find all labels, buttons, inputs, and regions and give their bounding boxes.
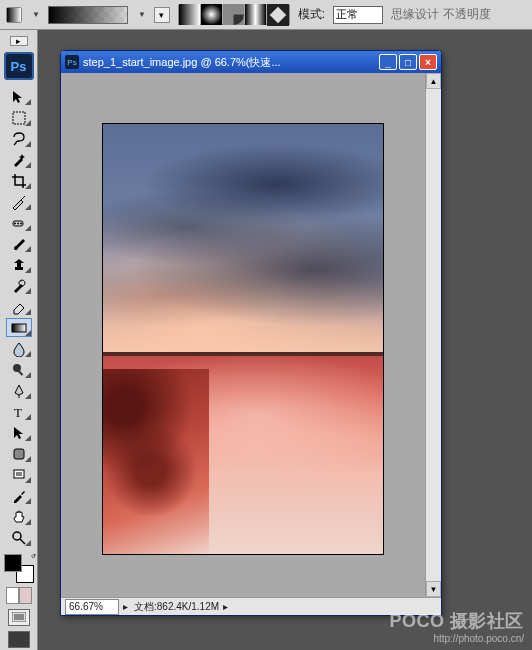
opacity-label: 思缘设计 不透明度 bbox=[391, 6, 490, 23]
svg-rect-0 bbox=[7, 8, 21, 22]
diamond-gradient-btn[interactable] bbox=[267, 6, 289, 24]
close-button[interactable]: × bbox=[419, 54, 437, 70]
marquee-tool[interactable] bbox=[6, 108, 32, 127]
spot-heal-tool[interactable] bbox=[6, 213, 32, 232]
photoshop-logo: Ps bbox=[4, 52, 34, 80]
gradient-preview[interactable] bbox=[48, 6, 128, 24]
mode-label: 模式: bbox=[298, 6, 325, 23]
tools-collapse-btn[interactable]: ▸ bbox=[10, 36, 28, 46]
eyedropper-tool[interactable] bbox=[6, 486, 32, 505]
svg-point-10 bbox=[20, 222, 22, 224]
slice-tool[interactable] bbox=[6, 192, 32, 211]
chevron-down-icon: ▼ bbox=[32, 10, 40, 19]
eraser-tool[interactable] bbox=[6, 297, 32, 316]
notes-tool[interactable] bbox=[6, 465, 32, 484]
path-select-tool[interactable] bbox=[6, 423, 32, 442]
gradient-tool[interactable] bbox=[6, 318, 32, 337]
color-swatches[interactable]: ↺ bbox=[4, 554, 34, 582]
chevron-down-icon: ▼ bbox=[138, 10, 146, 19]
blur-tool[interactable] bbox=[6, 339, 32, 358]
gradient-icon bbox=[7, 8, 21, 22]
blend-mode-select[interactable]: 正常 bbox=[333, 6, 383, 24]
foreground-color[interactable] bbox=[4, 554, 22, 572]
screen-mode-btn[interactable] bbox=[8, 609, 30, 626]
hand-tool[interactable] bbox=[6, 507, 32, 526]
tool-preset-picker[interactable] bbox=[6, 7, 22, 23]
pen-tool[interactable] bbox=[6, 381, 32, 400]
reflected-gradient-btn[interactable] bbox=[245, 6, 267, 24]
chevron-right-icon[interactable]: ▸ bbox=[123, 601, 128, 612]
doc-size-value: 862.4K/1.12M bbox=[157, 601, 219, 612]
brush-tool[interactable] bbox=[6, 234, 32, 253]
status-bar: 66.67% ▸ 文档: 862.4K/1.12M ▸ bbox=[61, 597, 441, 615]
edit-mode-toggle[interactable] bbox=[6, 587, 32, 604]
radial-gradient-btn[interactable] bbox=[201, 6, 223, 24]
svg-rect-1 bbox=[179, 4, 200, 25]
image-viewport[interactable] bbox=[61, 73, 425, 597]
svg-rect-16 bbox=[14, 470, 24, 478]
tools-panel: ▸ Ps T ↺ bbox=[0, 30, 38, 650]
photo-canvas[interactable] bbox=[103, 124, 383, 554]
workspace: ▸ Ps T ↺ bbox=[0, 30, 532, 650]
type-tool[interactable]: T bbox=[6, 402, 32, 421]
magic-wand-tool[interactable] bbox=[6, 150, 32, 169]
svg-point-9 bbox=[17, 222, 19, 224]
clone-stamp-tool[interactable] bbox=[6, 255, 32, 274]
watermark: POCO 摄影社区 http://photo.poco.cn/ bbox=[389, 609, 524, 644]
maximize-button[interactable]: □ bbox=[399, 54, 417, 70]
scroll-down-btn[interactable]: ▼ bbox=[426, 581, 441, 597]
window-title: step_1_start_image.jpg @ 66.7%(快速... bbox=[83, 55, 379, 70]
shape-tool[interactable] bbox=[6, 444, 32, 463]
window-titlebar[interactable]: Ps step_1_start_image.jpg @ 66.7%(快速... … bbox=[61, 51, 441, 73]
swap-colors-icon[interactable]: ↺ bbox=[31, 552, 36, 559]
svg-rect-4 bbox=[245, 4, 266, 25]
gradient-editor-toggle[interactable]: ▾ bbox=[154, 7, 170, 23]
svg-rect-2 bbox=[201, 4, 222, 25]
document-window: Ps step_1_start_image.jpg @ 66.7%(快速... … bbox=[60, 50, 442, 616]
canvas-area: Ps step_1_start_image.jpg @ 66.7%(快速... … bbox=[38, 30, 532, 650]
minimize-button[interactable]: _ bbox=[379, 54, 397, 70]
svg-point-17 bbox=[13, 532, 21, 540]
zoom-tool[interactable] bbox=[6, 528, 32, 547]
vertical-scrollbar[interactable]: ▲ ▼ bbox=[425, 73, 441, 597]
svg-rect-11 bbox=[12, 324, 26, 332]
lasso-tool[interactable] bbox=[6, 129, 32, 148]
svg-text:T: T bbox=[14, 405, 22, 420]
svg-rect-13 bbox=[17, 370, 23, 376]
options-bar: ▼ ▼ ▾ 模式: 正常 思缘设计 不透明度 bbox=[0, 0, 532, 30]
svg-rect-6 bbox=[13, 112, 25, 124]
chevron-right-icon[interactable]: ▸ bbox=[223, 601, 228, 612]
gradient-type-group bbox=[178, 5, 290, 25]
angle-gradient-btn[interactable] bbox=[223, 6, 245, 24]
history-brush-tool[interactable] bbox=[6, 276, 32, 295]
full-screen-btn[interactable] bbox=[8, 631, 30, 648]
zoom-level-field[interactable]: 66.67% bbox=[65, 599, 119, 615]
svg-rect-15 bbox=[14, 449, 24, 459]
move-tool[interactable] bbox=[6, 87, 32, 106]
scroll-up-btn[interactable]: ▲ bbox=[426, 73, 441, 89]
scroll-track[interactable] bbox=[426, 89, 441, 581]
svg-point-12 bbox=[13, 364, 21, 372]
watermark-line1: POCO 摄影社区 bbox=[389, 609, 524, 633]
photoshop-doc-icon: Ps bbox=[65, 55, 79, 69]
crop-tool[interactable] bbox=[6, 171, 32, 190]
svg-point-8 bbox=[14, 222, 16, 224]
document-body: ▲ ▼ bbox=[61, 73, 441, 597]
svg-rect-19 bbox=[14, 614, 24, 620]
linear-gradient-btn[interactable] bbox=[179, 6, 201, 24]
rocks-region bbox=[103, 369, 209, 554]
doc-size-label: 文档: bbox=[134, 600, 157, 614]
dodge-tool[interactable] bbox=[6, 360, 32, 379]
watermark-line2: http://photo.poco.cn/ bbox=[389, 633, 524, 644]
